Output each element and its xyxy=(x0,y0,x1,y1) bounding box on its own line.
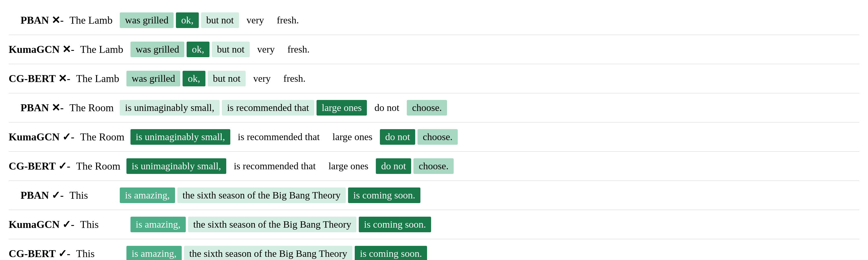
token-4: choose. xyxy=(417,129,458,145)
token-3: very xyxy=(252,42,280,57)
token-2: but not xyxy=(212,42,250,57)
model-label: PBAN ✓- xyxy=(9,189,66,201)
main-table: PBAN ✕-The Lambwas grilledok,but notvery… xyxy=(0,0,868,260)
subject-label: This xyxy=(66,189,119,201)
table-row: PBAN ✕-The Roomis unimaginably small,is … xyxy=(9,93,859,122)
subject-label: The Room xyxy=(77,131,129,143)
token-1: the sixth season of the Big Bang Theory xyxy=(177,187,346,203)
subject-label: This xyxy=(77,218,129,230)
table-row: CG-BERT ✕-The Lambwas grilledok,but notv… xyxy=(9,64,859,93)
token-2: but not xyxy=(201,12,239,28)
token-1: ok, xyxy=(183,71,206,86)
token-1: the sixth season of the Big Bang Theory xyxy=(188,217,356,232)
token-0: was grilled xyxy=(126,71,180,86)
token-4: choose. xyxy=(407,100,447,116)
token-3: very xyxy=(248,71,276,86)
token-2: but not xyxy=(208,71,246,86)
token-4: fresh. xyxy=(282,42,314,57)
token-3: very xyxy=(241,12,269,28)
token-4: fresh. xyxy=(271,12,304,28)
token-2: is coming soon. xyxy=(348,187,421,203)
table-row: KumaGCN ✓-The Roomis unimaginably small,… xyxy=(9,122,859,151)
table-row: CG-BERT ✓-Thisis amazing,the sixth seaso… xyxy=(9,239,859,260)
token-1: ok, xyxy=(187,42,210,57)
token-1: is recommended that xyxy=(222,100,314,116)
model-label: KumaGCN ✓- xyxy=(9,131,77,143)
token-0: is amazing, xyxy=(130,217,186,232)
token-0: was grilled xyxy=(130,42,184,57)
token-1: is recommended that xyxy=(228,158,321,174)
token-2: large ones xyxy=(316,100,367,116)
token-2: large ones xyxy=(327,129,378,145)
token-3: do not xyxy=(369,100,404,116)
token-0: is amazing, xyxy=(126,246,182,260)
table-row: CG-BERT ✓-The Roomis unimaginably small,… xyxy=(9,152,859,181)
token-1: ok, xyxy=(176,12,199,28)
token-4: choose. xyxy=(413,158,454,174)
token-0: was grilled xyxy=(120,12,174,28)
subject-label: This xyxy=(73,248,125,260)
model-label: CG-BERT ✓- xyxy=(9,248,73,260)
token-0: is unimaginably small, xyxy=(120,100,220,116)
token-0: is unimaginably small, xyxy=(130,129,230,145)
table-row: KumaGCN ✕-The Lambwas grilledok,but notv… xyxy=(9,35,859,64)
token-0: is unimaginably small, xyxy=(126,158,226,174)
model-label: CG-BERT ✓- xyxy=(9,160,73,172)
table-row: PBAN ✕-The Lambwas grilledok,but notvery… xyxy=(9,6,859,35)
token-0: is amazing, xyxy=(120,187,175,203)
subject-label: The Lamb xyxy=(66,14,119,26)
subject-label: The Lamb xyxy=(73,73,125,85)
token-3: do not xyxy=(376,158,411,174)
model-label: PBAN ✕- xyxy=(9,14,66,26)
token-1: the sixth season of the Big Bang Theory xyxy=(184,246,352,260)
token-4: fresh. xyxy=(278,71,311,86)
token-2: is coming soon. xyxy=(359,217,431,232)
model-label: PBAN ✕- xyxy=(9,102,66,114)
table-row: KumaGCN ✓-Thisis amazing,the sixth seaso… xyxy=(9,210,859,239)
model-label: KumaGCN ✓- xyxy=(9,218,77,230)
token-1: is recommended that xyxy=(232,129,325,145)
token-2: large ones xyxy=(323,158,374,174)
token-3: do not xyxy=(380,129,415,145)
model-label: KumaGCN ✕- xyxy=(9,43,77,55)
model-label: CG-BERT ✕- xyxy=(9,73,73,85)
token-2: is coming soon. xyxy=(355,246,427,260)
table-row: PBAN ✓-Thisis amazing,the sixth season o… xyxy=(9,181,859,210)
subject-label: The Room xyxy=(66,102,119,114)
subject-label: The Lamb xyxy=(77,43,129,55)
subject-label: The Room xyxy=(73,160,125,172)
